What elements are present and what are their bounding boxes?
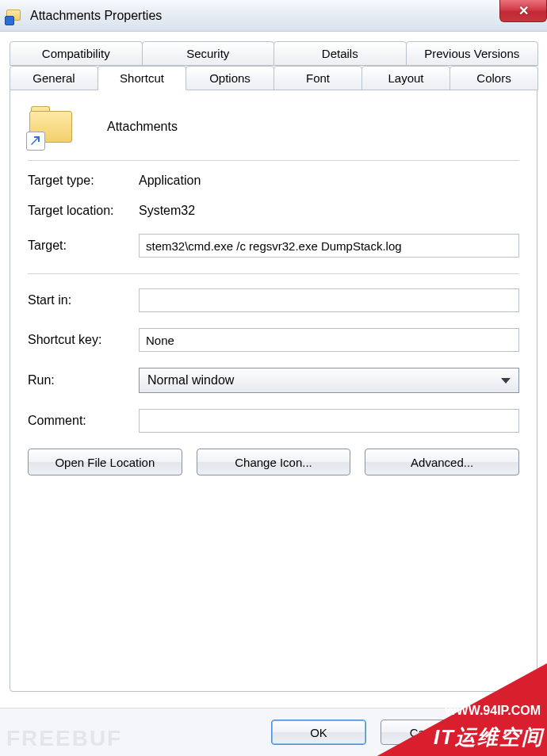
tabs: Compatibility Security Details Previous …: [10, 41, 537, 90]
advanced-button[interactable]: Advanced...: [365, 449, 519, 475]
row-start-in: Start in:: [28, 288, 519, 312]
row-target-type: Target type: Application: [28, 174, 519, 188]
shortcut-name: Attachments: [107, 120, 178, 134]
tab-shortcut[interactable]: Shortcut: [98, 66, 186, 90]
tab-previous-versions[interactable]: Previous Versions: [406, 41, 539, 66]
ok-button[interactable]: OK: [271, 720, 366, 745]
change-icon-button[interactable]: Change Icon...: [197, 449, 351, 475]
row-target-location: Target location: System32: [28, 204, 519, 218]
shortcut-panel: Attachments Target type: Application Tar…: [10, 90, 537, 692]
dialog-buttons: OK Cancel: [0, 708, 547, 756]
label-target-type: Target type:: [28, 174, 139, 188]
input-start-in[interactable]: [139, 288, 519, 312]
window-title: Attachments Properties: [30, 9, 162, 23]
title-bar: Attachments Properties ✕: [0, 0, 547, 32]
close-button[interactable]: ✕: [499, 0, 547, 22]
input-target[interactable]: [139, 234, 519, 258]
value-target-location: System32: [139, 204, 519, 218]
label-shortcut-key: Shortcut key:: [28, 333, 139, 347]
close-icon: ✕: [518, 3, 529, 18]
shortcut-header: Attachments: [28, 106, 519, 161]
label-comment: Comment:: [28, 414, 139, 428]
input-shortcut-key[interactable]: [139, 328, 519, 352]
value-target-type: Application: [139, 174, 519, 188]
tab-compatibility[interactable]: Compatibility: [10, 41, 143, 66]
dialog-body: Compatibility Security Details Previous …: [0, 32, 547, 692]
separator: [28, 273, 519, 274]
input-comment[interactable]: [139, 409, 519, 433]
row-run: Run: Normal window: [28, 368, 519, 393]
combo-run[interactable]: Normal window: [139, 368, 519, 393]
combo-run-value: Normal window: [147, 373, 234, 388]
tab-security[interactable]: Security: [142, 41, 275, 66]
label-start-in: Start in:: [28, 293, 139, 307]
label-run: Run:: [28, 373, 139, 388]
row-shortcut-key: Shortcut key:: [28, 328, 519, 352]
label-target: Target:: [28, 239, 139, 253]
tab-font[interactable]: Font: [274, 66, 362, 90]
cancel-button[interactable]: Cancel: [381, 720, 476, 745]
open-file-location-button[interactable]: Open File Location: [28, 449, 182, 475]
row-comment: Comment:: [28, 409, 519, 433]
row-target: Target:: [28, 234, 519, 258]
chevron-down-icon: [501, 378, 511, 384]
tab-options[interactable]: Options: [186, 66, 274, 90]
tab-details[interactable]: Details: [274, 41, 407, 66]
tab-layout[interactable]: Layout: [361, 66, 450, 90]
app-icon: [6, 8, 22, 24]
action-buttons: Open File Location Change Icon... Advanc…: [28, 449, 519, 475]
apply-button[interactable]: [490, 720, 537, 745]
tab-general[interactable]: General: [10, 66, 98, 90]
label-target-location: Target location:: [28, 204, 139, 218]
tab-row-front: General Shortcut Options Font Layout Col…: [10, 66, 537, 90]
tab-row-back: Compatibility Security Details Previous …: [10, 41, 537, 66]
tab-colors[interactable]: Colors: [449, 66, 538, 90]
shortcut-arrow-icon: [26, 132, 45, 151]
shortcut-file-icon: [28, 106, 75, 147]
